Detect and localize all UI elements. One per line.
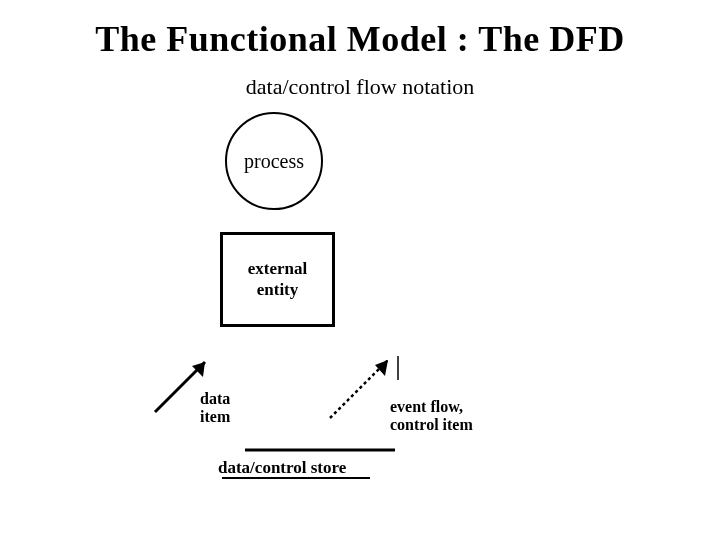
data-store-label: data/control store: [218, 458, 346, 478]
diagram-title: The Functional Model : The DFD: [0, 0, 720, 60]
diagram-subtitle: data/control flow notation: [0, 74, 720, 100]
data-item-arrow-icon: [155, 362, 205, 412]
arrows-layer: [0, 100, 720, 540]
event-flow-label: event flow,control item: [390, 398, 473, 435]
event-flow-arrow-icon: [330, 356, 398, 418]
svg-marker-3: [375, 360, 388, 376]
diagram-canvas: process externalentity dataitem event fl…: [0, 100, 720, 540]
data-item-label: dataitem: [200, 390, 230, 427]
